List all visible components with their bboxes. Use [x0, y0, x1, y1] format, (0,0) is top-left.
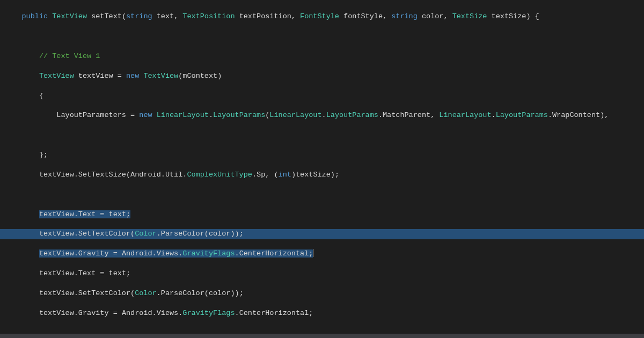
horizontal-scrollbar[interactable] [0, 334, 644, 338]
code-line: textView.SetTextSize(Android.Util.Comple… [0, 170, 644, 180]
code-line: textView.SetTextColor(Color.ParseColor(c… [0, 289, 644, 298]
code-line: TextView textView = new TextView(mContex… [0, 71, 644, 81]
text-cursor [313, 249, 313, 257]
code-editor[interactable]: public TextView setText(string text, Tex… [0, 0, 644, 338]
selection: textView.Text = text; [39, 210, 130, 218]
selected-line: textView.SetTextColor(Color.ParseColor(c… [0, 229, 644, 239]
code-line: public TextView setText(string text, Tex… [0, 12, 644, 21]
selected-line: textView.Gravity = Android.Views.Gravity… [0, 249, 644, 259]
identifier: setText [91, 12, 122, 20]
code-line: // Text View 1 [0, 52, 644, 61]
comment: // Text View 1 [39, 52, 100, 60]
keyword: public [22, 12, 48, 20]
code-line: textView.Text = text; [0, 269, 644, 278]
code-line [0, 130, 644, 140]
code-line: LayoutParameters = new LinearLayout.Layo… [0, 111, 644, 120]
code-line [0, 32, 644, 41]
code-line [0, 190, 644, 200]
code-line: }; [0, 150, 644, 160]
code-line: { [0, 91, 644, 101]
type: TextView [52, 12, 87, 20]
selected-line: textView.Text = text; [0, 210, 644, 219]
selection: textView.Gravity = Android.Views.Gravity… [39, 249, 313, 258]
code-line: textView.Gravity = Android.Views.Gravity… [0, 308, 644, 318]
